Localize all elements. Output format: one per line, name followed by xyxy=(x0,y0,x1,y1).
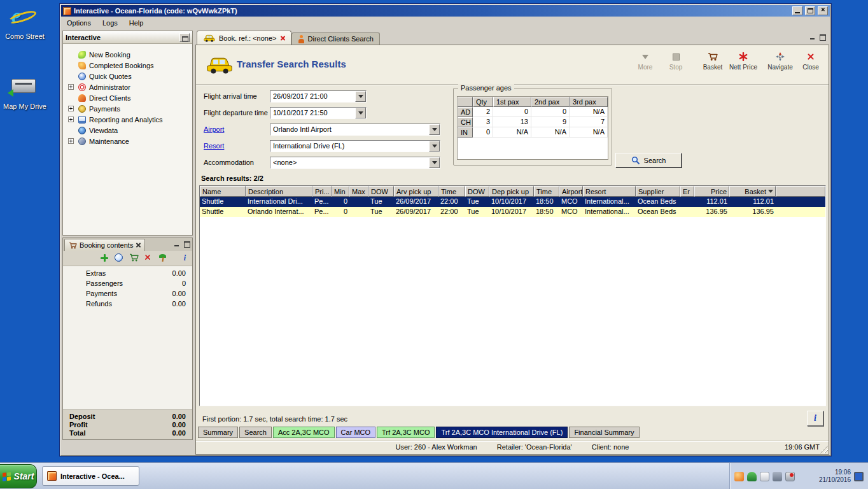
result-row-selected[interactable]: Shuttle International Dri... Pe... 0 Tue… xyxy=(200,197,825,207)
window-titlebar[interactable]: Interactive - Ocean-Florida (code: wQvWw… xyxy=(61,5,830,17)
booking-info-button[interactable]: i xyxy=(184,253,186,263)
column-header[interactable]: Name xyxy=(200,186,246,197)
pax-cell[interactable]: 7 xyxy=(570,117,608,127)
stop-button[interactable]: Stop xyxy=(661,50,691,71)
collapse-document-button[interactable] xyxy=(809,34,816,40)
sidebar-item-completed-bookings[interactable]: Completed Bookings xyxy=(63,60,192,71)
column-header[interactable]: Arv pick up xyxy=(394,186,438,197)
column-header[interactable]: Airport xyxy=(559,186,583,197)
resort-link[interactable]: Resort xyxy=(204,140,224,152)
dropdown-button[interactable] xyxy=(355,108,366,118)
taskbar-task-interactive[interactable]: Interactive - Ocea... xyxy=(42,466,139,486)
sidebar-item-new-booking[interactable]: New Booking xyxy=(63,49,192,60)
column-header[interactable]: Dep pick up xyxy=(489,186,534,197)
sidebar-item-reporting-analytics[interactable]: Reporting and Analytics xyxy=(63,114,192,125)
result-row[interactable]: Shuttle Orlando Internat... Pe... 0 Tue … xyxy=(200,207,825,217)
sidebar-item-administrator[interactable]: Administrator xyxy=(63,82,192,92)
sidebar-item-maintenance[interactable]: Maintenance xyxy=(63,136,192,146)
basket-button[interactable]: Basket xyxy=(697,50,728,71)
pax-cell[interactable]: 0 xyxy=(531,107,570,117)
resort-select[interactable]: International Drive (FL) xyxy=(270,140,440,152)
column-header[interactable]: Resort xyxy=(583,186,636,197)
column-header[interactable]: Time xyxy=(534,186,559,197)
expand-plus-icon[interactable] xyxy=(68,106,74,111)
desktop-icon-como-street[interactable]: e Como Street xyxy=(3,4,47,40)
vpn-tray-icon[interactable] xyxy=(747,472,757,481)
pax-cell[interactable]: 2 xyxy=(473,107,493,117)
column-header[interactable]: Time xyxy=(438,186,465,197)
tab-booking-ref[interactable]: Book. ref.: <none> xyxy=(197,31,291,45)
column-header[interactable]: Max xyxy=(349,186,368,197)
start-button[interactable]: Start xyxy=(0,464,37,488)
info-button[interactable]: i xyxy=(807,411,823,426)
booking-contents-tab[interactable]: Booking contents xyxy=(64,239,145,251)
dropdown-button[interactable] xyxy=(429,141,440,152)
dropdown-button[interactable] xyxy=(429,124,440,135)
pax-cell[interactable]: 9 xyxy=(531,117,570,127)
navigate-button[interactable]: Navigate xyxy=(765,50,795,71)
close-search-button[interactable]: Close xyxy=(795,50,826,71)
tab-direct-clients-search[interactable]: Direct Clients Search xyxy=(291,32,380,45)
accommodation-select[interactable]: <none> xyxy=(270,157,440,169)
display-tray-icon[interactable] xyxy=(854,472,864,481)
search-button[interactable]: Search xyxy=(615,153,682,167)
pax-cell[interactable]: N/A xyxy=(531,127,570,138)
expand-plus-icon[interactable] xyxy=(68,117,74,122)
tab-search[interactable]: Search xyxy=(239,427,272,438)
volume-muted-icon[interactable] xyxy=(785,472,795,481)
tab-trf-mco-international-drive[interactable]: Trf 2A,3C MCO International Drive (FL) xyxy=(436,427,568,438)
column-header[interactable]: Min xyxy=(332,186,349,197)
tab-financial-summary[interactable]: Financial Summary xyxy=(569,427,639,438)
messenger-tray-icon[interactable] xyxy=(760,472,769,481)
airport-select[interactable]: Orlando Intl Airport xyxy=(270,124,440,136)
pax-cell[interactable]: 0 xyxy=(473,127,493,138)
column-header[interactable]: DOW xyxy=(368,186,394,197)
sidebar-item-direct-clients[interactable]: Direct Clients xyxy=(63,92,192,103)
maximize-button[interactable] xyxy=(805,6,815,15)
pax-cell[interactable]: N/A xyxy=(570,107,608,117)
tab-car-mco[interactable]: Car MCO xyxy=(336,427,375,438)
menu-logs[interactable]: Logs xyxy=(97,17,123,29)
add-item-button[interactable] xyxy=(100,253,109,263)
tab-summary[interactable]: Summary xyxy=(198,427,238,438)
menu-options[interactable]: Options xyxy=(61,17,97,29)
close-tab-icon[interactable] xyxy=(280,36,285,41)
close-tab-icon[interactable] xyxy=(136,243,141,248)
pax-cell[interactable]: 3 xyxy=(473,117,493,127)
airport-link[interactable]: Airport xyxy=(204,124,224,136)
column-header[interactable]: Price xyxy=(694,186,729,197)
nett-price-button[interactable]: Nett Price xyxy=(728,50,759,71)
sidebar-item-payments[interactable]: Payments xyxy=(63,103,192,114)
column-header-basket[interactable]: Basket xyxy=(729,186,776,197)
more-button[interactable]: More xyxy=(630,50,661,71)
column-header[interactable]: Pri... xyxy=(312,186,332,197)
pax-cell[interactable]: 13 xyxy=(493,117,531,127)
history-icon[interactable] xyxy=(115,253,123,262)
column-header[interactable]: Supplier xyxy=(636,186,680,197)
keyboard-tray-icon[interactable] xyxy=(773,472,782,481)
basket-button[interactable] xyxy=(129,253,139,263)
maximize-document-button[interactable] xyxy=(819,34,825,40)
expand-plus-icon[interactable] xyxy=(68,84,74,90)
pax-cell[interactable]: N/A xyxy=(493,127,531,138)
collapse-panel-button[interactable] xyxy=(174,241,180,247)
pax-cell[interactable]: N/A xyxy=(570,127,608,138)
desktop-icon-map-my-drive[interactable]: Map My Drive xyxy=(3,74,47,110)
close-button[interactable] xyxy=(818,6,828,15)
column-header[interactable]: DOW xyxy=(465,186,489,197)
taskbar-clock[interactable]: 19:06 21/10/2016 xyxy=(798,469,851,484)
sidebar-item-viewdata[interactable]: Viewdata xyxy=(63,125,192,136)
update-tray-icon[interactable] xyxy=(734,472,744,481)
flight-arrival-select[interactable]: 26/09/2017 21:00 xyxy=(270,90,367,103)
pax-cell[interactable]: 0 xyxy=(493,107,531,117)
expand-plus-icon[interactable] xyxy=(68,138,74,144)
column-header[interactable]: Description xyxy=(246,186,312,197)
column-header[interactable]: Er xyxy=(680,186,694,197)
maximize-panel-button[interactable] xyxy=(183,241,190,247)
delete-item-button[interactable] xyxy=(144,253,153,263)
holiday-icon[interactable] xyxy=(158,253,168,263)
menu-help[interactable]: Help xyxy=(123,17,150,29)
sidebar-item-quick-quotes[interactable]: Quick Quotes xyxy=(63,71,192,82)
tab-acc-mco[interactable]: Acc 2A,3C MCO xyxy=(273,427,335,438)
panel-menu-button[interactable] xyxy=(179,33,190,42)
